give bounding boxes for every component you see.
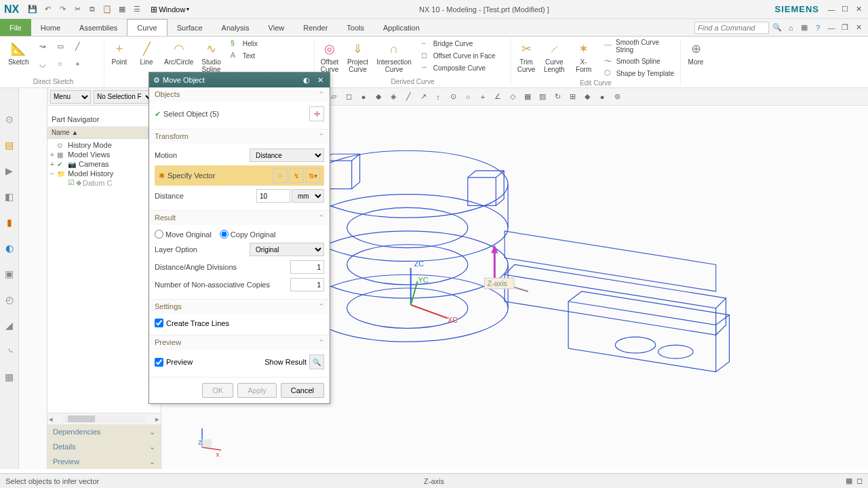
- res-tab-7[interactable]: ▣: [3, 267, 16, 281]
- create-trace-checkbox[interactable]: Create Trace Lines: [155, 317, 324, 329]
- save-icon[interactable]: 💾: [27, 4, 38, 15]
- res-tab-3[interactable]: ▶: [3, 164, 16, 178]
- cut-icon[interactable]: ✂: [72, 4, 83, 15]
- selection-filter-dropdown[interactable]: No Selection F: [94, 90, 155, 104]
- rectangle-icon[interactable]: ▭: [52, 38, 68, 54]
- distance-unit-dropdown[interactable]: mm: [292, 189, 324, 203]
- navigator-hscroll[interactable]: ◂▸: [47, 413, 161, 424]
- apply-button[interactable]: Apply: [237, 383, 277, 398]
- line-button[interactable]: ╱Line: [134, 38, 159, 67]
- status-icon-1[interactable]: ▦: [846, 476, 852, 485]
- filter-icon-4[interactable]: ◆: [372, 90, 385, 104]
- grid-icon[interactable]: ▦: [799, 22, 810, 33]
- arc-icon[interactable]: ◡: [35, 56, 51, 72]
- vector-clear-button[interactable]: ✕: [273, 168, 288, 183]
- nav-section-details[interactable]: Details⌄: [47, 439, 161, 454]
- motion-dropdown[interactable]: Distance: [250, 148, 324, 162]
- close-icon[interactable]: ✕: [853, 4, 864, 15]
- file-tab[interactable]: File: [0, 19, 31, 36]
- layer-icon[interactable]: ▦: [117, 4, 127, 15]
- nav-section-deps[interactable]: Dependencies⌄: [47, 424, 161, 439]
- paste-icon[interactable]: 📋: [102, 4, 113, 15]
- dialog-collapse-icon[interactable]: ◐: [301, 75, 312, 85]
- filter-icon-5[interactable]: ◈: [387, 90, 400, 104]
- more-button[interactable]: ⊕More: [684, 38, 708, 67]
- copy-original-radio[interactable]: Copy Original: [220, 230, 276, 239]
- distance-input[interactable]: [256, 189, 290, 203]
- filter-icon-16[interactable]: ↻: [551, 90, 564, 104]
- tab-home[interactable]: Home: [31, 19, 70, 36]
- smooth-string-button[interactable]: 〰Smooth Curve String: [603, 38, 677, 54]
- tab-analysis[interactable]: Analysis: [212, 19, 259, 36]
- show-result-button[interactable]: 🔍: [309, 354, 324, 369]
- ok-button[interactable]: OK: [202, 383, 233, 398]
- filter-icon-17[interactable]: ⊞: [566, 90, 579, 104]
- doc-restore-icon[interactable]: ❐: [840, 22, 850, 33]
- offset-curve-button[interactable]: ◎Offset Curve: [317, 38, 342, 75]
- helix-button[interactable]: §Helix: [229, 38, 259, 49]
- section-transform[interactable]: Transform⌃: [149, 129, 330, 144]
- undo-icon[interactable]: ↶: [42, 4, 53, 15]
- section-objects[interactable]: Objects⌃: [149, 87, 330, 102]
- redo-icon[interactable]: ↷: [57, 4, 68, 15]
- maximize-icon[interactable]: ☐: [840, 4, 850, 15]
- tab-tools[interactable]: Tools: [337, 19, 374, 36]
- res-tab-6[interactable]: ◐: [3, 241, 16, 255]
- composite-curve-button[interactable]: ∽Composite Curve: [420, 62, 497, 73]
- section-settings[interactable]: Settings⌃: [149, 300, 330, 314]
- trim-curve-button[interactable]: ✂Trim Curve: [514, 38, 538, 75]
- menu-dropdown[interactable]: Menu: [50, 90, 91, 104]
- filter-icon-18[interactable]: ◆: [580, 90, 594, 104]
- filter-icon-11[interactable]: +: [476, 90, 490, 104]
- minimize-icon[interactable]: —: [826, 4, 837, 15]
- arc-circle-button[interactable]: ◠Arc/Circle: [161, 38, 196, 67]
- filter-icon-12[interactable]: ∠: [491, 90, 505, 104]
- tree-cameras[interactable]: +✔📷Cameras: [49, 159, 159, 169]
- tab-surface[interactable]: Surface: [167, 19, 212, 36]
- res-tab-4[interactable]: ◧: [3, 190, 16, 203]
- sketch-button[interactable]: 📐 Sketch: [5, 38, 32, 67]
- tab-application[interactable]: Application: [374, 19, 429, 36]
- doc-close-icon[interactable]: ✕: [853, 22, 864, 33]
- res-tab-navigator[interactable]: ▤: [3, 138, 16, 152]
- tab-curve[interactable]: Curve: [127, 19, 167, 36]
- window-dropdown[interactable]: ⊞ Window ▾: [146, 5, 193, 14]
- line-icon[interactable]: ╱: [70, 38, 86, 54]
- navigator-col-name[interactable]: Name ▲: [47, 127, 161, 139]
- preview-checkbox[interactable]: Preview: [155, 358, 193, 367]
- tab-render[interactable]: Render: [294, 19, 337, 36]
- res-tab-1[interactable]: ⊙: [3, 113, 16, 126]
- filter-icon-2[interactable]: ◻: [342, 90, 355, 104]
- dist-angle-input[interactable]: [290, 260, 324, 274]
- xform-button[interactable]: ✶X-Form: [570, 38, 597, 75]
- search-icon[interactable]: 🔍: [772, 22, 783, 33]
- curve-length-button[interactable]: ⟋Curve Length: [541, 38, 568, 75]
- filter-icon-15[interactable]: ▨: [536, 90, 549, 104]
- offset-face-button[interactable]: ◻Offset Curve in Face: [420, 50, 497, 61]
- filter-icon-20[interactable]: ⊚: [610, 90, 624, 104]
- dialog-close-icon[interactable]: ✕: [315, 75, 326, 85]
- circle-icon[interactable]: ○: [52, 56, 68, 72]
- filter-icon-8[interactable]: ↑: [431, 90, 445, 104]
- tab-assemblies[interactable]: Assemblies: [70, 19, 127, 36]
- project-curve-button[interactable]: ⇓Project Curve: [344, 38, 371, 75]
- doc-minimize-icon[interactable]: —: [826, 22, 837, 33]
- home-icon[interactable]: ⌂: [785, 22, 796, 33]
- nav-section-preview[interactable]: Preview⌄: [47, 454, 161, 469]
- copy-icon[interactable]: ⧉: [87, 4, 98, 15]
- studio-spline-button[interactable]: ∿Studio Spline: [199, 38, 223, 75]
- vector-type-button[interactable]: ⇅▾: [305, 168, 320, 183]
- filter-icon-9[interactable]: ⊙: [446, 90, 460, 104]
- point-button[interactable]: +Point: [107, 38, 132, 67]
- res-tab-10[interactable]: ⌎: [3, 344, 16, 358]
- filter-icon-19[interactable]: ●: [595, 90, 609, 104]
- text-button[interactable]: AText: [229, 50, 259, 61]
- cancel-button[interactable]: Cancel: [281, 383, 324, 398]
- filter-icon-7[interactable]: ↗: [416, 90, 430, 104]
- res-tab-9[interactable]: ◢: [3, 319, 16, 332]
- help-icon[interactable]: ?: [812, 22, 823, 33]
- smooth-spline-button[interactable]: 〜Smooth Spline: [603, 56, 677, 66]
- point-tool-icon[interactable]: +: [70, 56, 86, 72]
- select-object-button[interactable]: ✛: [309, 106, 324, 121]
- filter-icon-14[interactable]: ▦: [521, 90, 534, 104]
